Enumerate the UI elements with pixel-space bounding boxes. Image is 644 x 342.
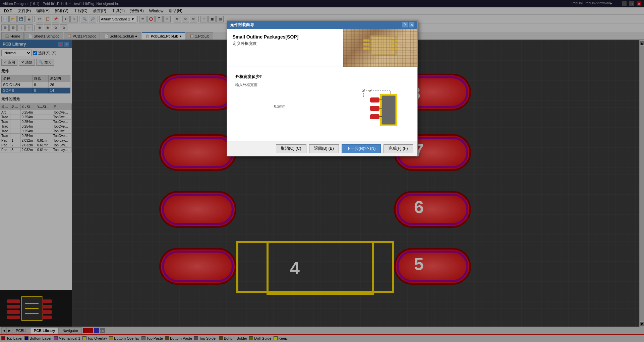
modal-overlay: 元件封装向导 ? ✕ Small Outline Packages[SOP] 定… [0,0,644,342]
svg-rect-32 [382,96,395,124]
wizard-subtitle: 定义外框宽度 [233,41,338,47]
svg-rect-15 [370,36,397,56]
modal-title: 元件封装向导 [230,22,254,28]
svg-rect-18 [363,43,369,46]
modal-footer: 取消(C) (C) 退回(B) (B) 下一步(N)>> (N) 完成(F) (… [227,141,417,156]
pcb-texture-svg [343,29,417,66]
svg-rect-16 [372,37,395,54]
modal-pcb-image [343,29,417,67]
cancel-button[interactable]: 取消(C) (C) [276,144,306,153]
modal-controls: ? ✕ [402,22,414,27]
finish-button[interactable]: 完成(F) (F) [384,144,413,153]
modal-question: 外框宽度多少? [235,74,409,80]
svg-rect-34 [370,106,379,111]
sop-diagram-svg [360,87,404,128]
value-label: 0.2mm [274,104,286,108]
svg-rect-20 [391,39,397,42]
modal-help-button[interactable]: ? [402,22,408,27]
next-button[interactable]: 下一步(N)>> (N) [342,144,381,153]
modal-close-button[interactable]: ✕ [409,22,414,27]
svg-rect-35 [370,114,379,119]
svg-line-23 [377,29,417,56]
sop-diagram [360,87,404,128]
svg-rect-14 [343,29,417,66]
modal-top: Small Outline Packages[SOP] 定义外框宽度 [227,29,417,67]
svg-rect-17 [363,39,369,42]
modal-title-bar: 元件封装向导 ? ✕ [227,21,417,29]
svg-rect-21 [391,43,397,46]
modal-dialog: 元件封装向导 ? ✕ Small Outline Packages[SOP] 定… [227,20,418,156]
svg-rect-33 [370,97,379,102]
wizard-title: Small Outline Packages[SOP] [233,34,338,40]
svg-rect-19 [363,47,369,50]
modal-hint: 输入外框宽度. [235,82,409,87]
modal-body: Small Outline Packages[SOP] 定义外框宽度 [227,29,417,141]
modal-top-left: Small Outline Packages[SOP] 定义外框宽度 [227,29,343,67]
pcb-photo-bg [343,29,417,67]
modal-content: 外框宽度多少? 输入外框宽度. 0.2mm [227,67,417,141]
back-button[interactable]: 退回(B) (B) [309,144,339,153]
svg-rect-22 [391,47,397,50]
